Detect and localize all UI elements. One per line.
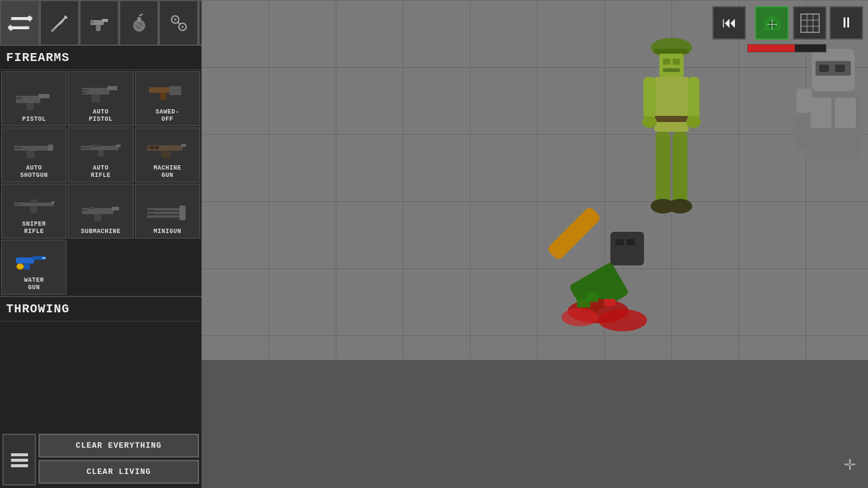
item-auto-rifle[interactable]: AUTORIFLE — [68, 127, 133, 182]
gun-button[interactable] — [79, 0, 119, 46]
svg-rect-38 — [48, 148, 53, 151]
sawed-off-icon — [143, 77, 192, 107]
minigun-icon — [143, 196, 192, 227]
svg-rect-69 — [32, 256, 43, 260]
auto-rifle-icon — [76, 133, 125, 163]
svg-rect-40 — [14, 147, 23, 149]
machine-gun-label: MACHINEGUN — [154, 165, 182, 179]
pistol-label: PISTOL — [22, 116, 46, 123]
svg-rect-45 — [92, 145, 100, 147]
svg-rect-54 — [31, 199, 37, 203]
svg-rect-31 — [82, 92, 87, 93]
firearms-grid: PISTOL AUTOPISTOL — [0, 70, 201, 296]
clear-living-button[interactable]: CLEAR LIVING — [38, 460, 199, 484]
item-sawed-off[interactable]: SAWED-OFF — [135, 71, 200, 126]
game-viewport: ⏮ ⏸ ✛ — [201, 0, 868, 488]
action-buttons: CLEAR EVERYTHING CLEAR LIVING — [38, 434, 199, 486]
special-button[interactable] — [159, 0, 198, 46]
auto-pistol-label: AUTOPISTOL — [89, 109, 112, 123]
svg-rect-67 — [148, 213, 154, 214]
svg-rect-53 — [51, 201, 54, 204]
svg-rect-32 — [149, 87, 172, 93]
svg-rect-11 — [90, 21, 94, 23]
item-minigun[interactable]: MINIGUN — [135, 184, 200, 239]
svg-rect-30 — [82, 89, 89, 91]
svg-rect-43 — [98, 150, 104, 157]
auto-rifle-label: AUTORIFLE — [91, 165, 111, 179]
svg-point-71 — [16, 264, 24, 270]
svg-rect-29 — [92, 95, 100, 102]
svg-point-50 — [150, 146, 154, 149]
svg-rect-58 — [112, 207, 119, 210]
item-water-gun[interactable]: WATERGUN — [1, 240, 67, 295]
svg-rect-9 — [102, 19, 108, 22]
firearms-header: FIREARMS — [0, 46, 201, 70]
svg-rect-44 — [81, 147, 90, 149]
machine-gun-icon — [143, 133, 192, 163]
svg-rect-26 — [16, 97, 22, 99]
submachine-icon — [76, 196, 125, 227]
pause-icon: ⏸ — [839, 14, 854, 32]
pause-button[interactable]: ⏸ — [830, 6, 863, 40]
pistol-icon — [10, 84, 59, 115]
svg-rect-65 — [179, 206, 186, 220]
item-machine-gun[interactable]: MACHINEGUN — [135, 127, 200, 182]
camera-button[interactable] — [755, 6, 789, 40]
svg-point-51 — [155, 146, 159, 149]
rewind-icon: ⏮ — [722, 14, 737, 32]
health-bar — [747, 44, 826, 52]
svg-rect-118 — [801, 14, 819, 32]
svg-rect-55 — [30, 206, 37, 213]
svg-rect-39 — [26, 151, 35, 158]
svg-rect-47 — [181, 144, 186, 147]
grid-button[interactable] — [793, 6, 826, 40]
move-icon[interactable]: ✛ — [844, 451, 856, 476]
list-icon-button[interactable] — [2, 434, 36, 486]
svg-rect-74 — [11, 459, 28, 462]
rewind-button[interactable]: ⏮ — [712, 6, 746, 40]
item-auto-pistol[interactable]: AUTOPISTOL — [68, 71, 133, 126]
svg-rect-64 — [147, 215, 181, 218]
grenade-button[interactable] — [119, 0, 159, 46]
health-bar-fill — [748, 45, 795, 52]
item-pistol[interactable]: PISTOL — [1, 71, 67, 126]
sniper-rifle-label: SNIPERRIFLE — [22, 221, 46, 235]
svg-rect-59 — [94, 214, 101, 221]
svg-rect-66 — [148, 209, 154, 210]
svg-rect-73 — [11, 453, 28, 456]
svg-rect-27 — [82, 88, 109, 95]
melee-button[interactable] — [40, 0, 79, 46]
submachine-label: SUBMACHINE — [81, 228, 120, 235]
svg-rect-56 — [14, 204, 21, 205]
svg-rect-24 — [38, 94, 49, 98]
svg-point-20 — [174, 18, 176, 21]
sniper-rifle-icon — [10, 189, 59, 220]
auto-shotgun-label: AUTOSHOTGUN — [20, 165, 48, 179]
throwing-header: THROWING — [0, 296, 201, 321]
clear-everything-button[interactable]: CLEAR EVERYTHING — [38, 434, 199, 458]
svg-rect-28 — [107, 86, 117, 90]
swap-button[interactable] — [0, 0, 40, 46]
item-sniper-rifle[interactable]: SNIPERRIFLE — [1, 184, 67, 239]
svg-rect-68 — [16, 257, 34, 264]
svg-rect-42 — [116, 145, 121, 147]
svg-rect-33 — [169, 86, 181, 91]
minigun-label: MINIGUN — [154, 228, 182, 235]
svg-rect-13 — [137, 17, 141, 22]
svg-rect-72 — [42, 257, 46, 259]
item-submachine[interactable]: SUBMACHINE — [68, 184, 133, 239]
svg-rect-60 — [82, 209, 88, 211]
water-gun-label: WATERGUN — [24, 277, 44, 292]
game-background — [201, 0, 868, 360]
svg-rect-35 — [159, 93, 167, 100]
game-floor — [201, 360, 868, 488]
svg-rect-37 — [48, 145, 53, 148]
water-gun-icon — [10, 245, 59, 276]
sawed-off-label: SAWED-OFF — [156, 109, 179, 123]
svg-rect-49 — [162, 151, 170, 158]
svg-rect-70 — [24, 264, 30, 270]
svg-line-14 — [139, 14, 143, 16]
svg-rect-25 — [26, 103, 34, 110]
item-auto-shotgun[interactable]: AUTOSHOTGUN — [1, 127, 67, 182]
svg-rect-115 — [769, 16, 776, 20]
